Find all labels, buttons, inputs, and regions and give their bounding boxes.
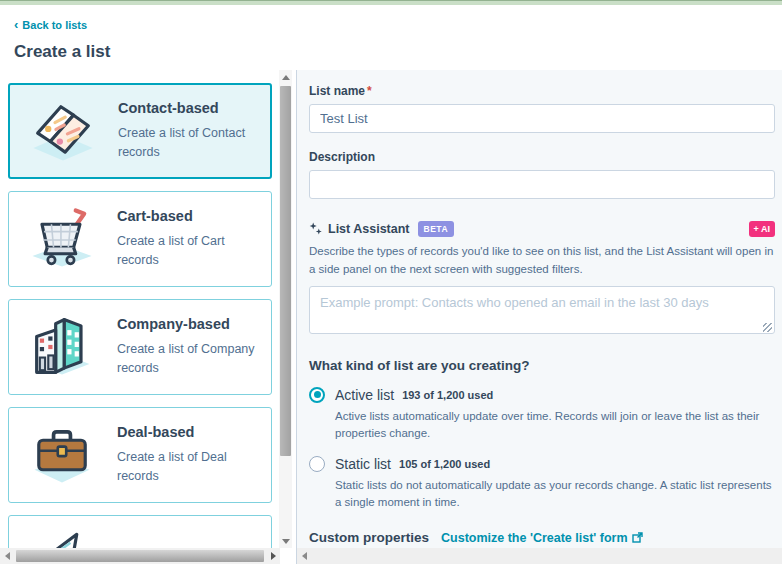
card-deal-based[interactable]: Deal-based Create a list of Deal records: [8, 407, 272, 503]
custom-properties-label: Custom properties: [309, 530, 429, 545]
list-assistant-description: Describe the types of records you'd like…: [309, 243, 775, 279]
left-panel-vertical-scrollbar[interactable]: [279, 70, 292, 548]
chevron-left-icon: ‹: [14, 20, 18, 30]
scroll-left-icon[interactable]: [297, 552, 311, 560]
page-header: ‹ Back to lists Create a list: [0, 5, 782, 70]
scroll-up-icon[interactable]: [279, 70, 292, 84]
list-type-panel: Contact-based Create a list of Contact r…: [0, 70, 296, 564]
list-name-input[interactable]: [309, 104, 775, 133]
vertical-scroll-thumb[interactable]: [280, 86, 291, 456]
static-list-description: Static lists do not automatically update…: [335, 477, 775, 512]
external-link-icon: [632, 532, 643, 543]
active-list-radio[interactable]: [309, 387, 325, 403]
cart-illustration-icon: [19, 201, 105, 277]
company-illustration-icon: [19, 309, 105, 385]
sparkles-icon: [309, 222, 323, 236]
card-contact-based[interactable]: Contact-based Create a list of Contact r…: [8, 83, 272, 179]
card-cart-based[interactable]: Cart-based Create a list of Cart records: [8, 191, 272, 287]
back-to-lists-link[interactable]: ‹ Back to lists: [14, 19, 87, 31]
deal-illustration-icon: [19, 417, 105, 493]
create-list-form-panel: List name* Description List Assistant BE…: [296, 70, 782, 564]
card-partially-visible[interactable]: [8, 515, 272, 548]
scroll-right-icon[interactable]: [266, 552, 280, 560]
card-subtitle: Create a list of Contact records: [118, 124, 260, 162]
back-link-label: Back to lists: [22, 19, 87, 31]
card-subtitle: Create a list of Company records: [117, 340, 261, 378]
contacts-illustration-icon: [20, 93, 106, 169]
textarea-resize-handle[interactable]: [763, 323, 772, 332]
card-title: Contact-based: [118, 100, 260, 116]
active-list-usage: 193 of 1,200 used: [402, 389, 493, 401]
card-company-based[interactable]: Company-based Create a list of Company r…: [8, 299, 272, 395]
scroll-down-icon[interactable]: [279, 534, 292, 548]
card-title: Company-based: [117, 316, 261, 332]
page-title: Create a list: [14, 42, 782, 62]
card-title: Deal-based: [117, 424, 261, 440]
right-panel-horizontal-scrollbar[interactable]: [297, 548, 782, 564]
active-list-description: Active lists automatically update over t…: [335, 408, 775, 443]
partially-visible-illustration-icon: [19, 528, 105, 548]
left-panel-horizontal-scrollbar[interactable]: [0, 548, 280, 564]
list-assistant-prompt-input[interactable]: [309, 286, 775, 334]
list-name-label: List name*: [309, 84, 775, 98]
list-kind-question: What kind of list are you creating?: [309, 358, 775, 373]
card-subtitle: Create a list of Cart records: [117, 232, 261, 270]
active-list-label[interactable]: Active list: [335, 387, 394, 403]
scroll-left-icon[interactable]: [0, 552, 14, 560]
required-asterisk: *: [367, 84, 372, 98]
beta-badge: BETA: [418, 221, 455, 237]
list-assistant-label: List Assistant: [328, 222, 410, 236]
description-label: Description: [309, 150, 775, 164]
card-title: Cart-based: [117, 208, 261, 224]
horizontal-scroll-thumb[interactable]: [16, 550, 264, 562]
static-list-label[interactable]: Static list: [335, 456, 391, 472]
list-type-cards: Contact-based Create a list of Contact r…: [8, 83, 272, 548]
description-input[interactable]: [309, 170, 775, 199]
customize-form-link[interactable]: Customize the 'Create list' form: [441, 531, 643, 545]
card-subtitle: Create a list of Deal records: [117, 448, 261, 486]
static-list-radio[interactable]: [309, 456, 325, 472]
list-assistant-header: List Assistant BETA + AI: [309, 221, 775, 237]
ai-badge[interactable]: + AI: [749, 221, 775, 237]
main-area: Contact-based Create a list of Contact r…: [0, 70, 782, 564]
static-list-usage: 105 of 1,200 used: [399, 458, 490, 470]
